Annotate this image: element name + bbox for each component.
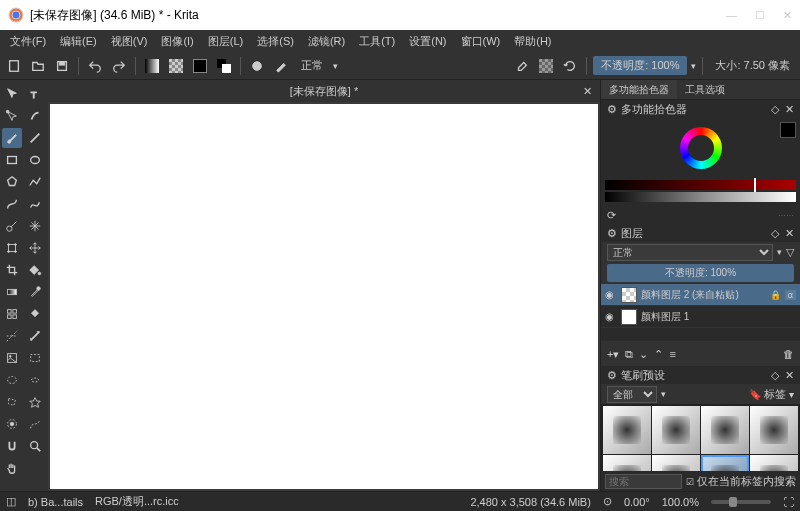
- menu-file[interactable]: 文件(F): [4, 32, 52, 51]
- menu-window[interactable]: 窗口(W): [455, 32, 507, 51]
- bezier-tool[interactable]: [2, 194, 22, 214]
- layer-opacity-slider[interactable]: 不透明度: 100%: [607, 264, 794, 282]
- close-panel-icon[interactable]: ✕: [785, 227, 794, 240]
- line-tool[interactable]: [25, 128, 45, 148]
- menu-help[interactable]: 帮助(H): [508, 32, 557, 51]
- zoom-tool[interactable]: [25, 436, 45, 456]
- brush-preset[interactable]: [652, 455, 700, 471]
- move-tool[interactable]: [2, 84, 22, 104]
- ellipse-select-tool[interactable]: [2, 370, 22, 390]
- brush-tool[interactable]: [2, 128, 22, 148]
- crop-tool[interactable]: [2, 260, 22, 280]
- freehand-path-tool[interactable]: [25, 194, 45, 214]
- new-doc-button[interactable]: [4, 56, 24, 76]
- brush-preset[interactable]: [652, 406, 700, 454]
- polygon-tool[interactable]: [2, 172, 22, 192]
- pan-tool[interactable]: [2, 458, 22, 478]
- close-panel-icon[interactable]: ✕: [785, 369, 794, 382]
- close-panel-icon[interactable]: ✕: [785, 103, 794, 116]
- freehand-select-tool[interactable]: [25, 370, 45, 390]
- minimize-button[interactable]: —: [726, 9, 737, 22]
- reload-icon[interactable]: ⟳: [607, 209, 616, 222]
- alpha-lock-btn[interactable]: [536, 56, 556, 76]
- canvas[interactable]: [50, 104, 598, 489]
- calligraphy-tool[interactable]: [25, 106, 45, 126]
- delete-layer-button[interactable]: 🗑: [783, 348, 794, 360]
- brush-preset[interactable]: [750, 455, 798, 471]
- status-zoom[interactable]: 100.0%: [662, 496, 699, 508]
- menu-select[interactable]: 选择(S): [251, 32, 300, 51]
- polyline-tool[interactable]: [25, 172, 45, 192]
- color-history[interactable]: [601, 178, 800, 206]
- contig-select-tool[interactable]: [25, 392, 45, 412]
- layer-blend-select[interactable]: 正常: [607, 244, 773, 261]
- brush-preset[interactable]: [750, 406, 798, 454]
- eraser-toggle[interactable]: [512, 56, 532, 76]
- brush-preset[interactable]: [701, 406, 749, 454]
- menu-view[interactable]: 视图(V): [105, 32, 154, 51]
- gradient-tool[interactable]: [2, 282, 22, 302]
- tab-tool-options[interactable]: 工具选项: [677, 80, 733, 99]
- brush-preset[interactable]: [701, 455, 749, 471]
- maximize-button[interactable]: ☐: [755, 9, 765, 22]
- magnetic-select-tool[interactable]: [2, 436, 22, 456]
- poly-select-tool[interactable]: [2, 392, 22, 412]
- color-wheel[interactable]: [601, 118, 800, 178]
- gear-icon[interactable]: ⚙: [607, 369, 617, 382]
- add-layer-button[interactable]: +▾: [607, 348, 619, 361]
- brush-search-input[interactable]: [605, 474, 682, 489]
- menu-edit[interactable]: 编辑(E): [54, 32, 103, 51]
- brush-settings-btn[interactable]: [271, 56, 291, 76]
- brush-size-input[interactable]: 大小: 7.50 像素: [709, 56, 796, 75]
- text-tool[interactable]: T: [25, 84, 45, 104]
- brush-preset[interactable]: [603, 406, 651, 454]
- gradient-btn[interactable]: [142, 56, 162, 76]
- document-tab[interactable]: [未保存图像] * ✕: [48, 80, 600, 102]
- visibility-icon[interactable]: ◉: [605, 311, 617, 322]
- tag-label[interactable]: 🔖 标签 ▾: [749, 387, 794, 402]
- float-icon[interactable]: ◇: [771, 369, 779, 382]
- menu-settings[interactable]: 设置(N): [403, 32, 452, 51]
- lock-icon[interactable]: 🔒: [770, 290, 781, 300]
- tab-close-icon[interactable]: ✕: [583, 85, 592, 98]
- close-button[interactable]: ✕: [783, 9, 792, 22]
- assistant-tool[interactable]: [2, 326, 22, 346]
- move-layer-tool[interactable]: [25, 238, 45, 258]
- alpha-icon[interactable]: α: [785, 290, 796, 300]
- blend-mode-select[interactable]: 正常: [295, 58, 329, 73]
- pattern-btn[interactable]: [166, 56, 186, 76]
- selection-mode-icon[interactable]: ◫: [6, 495, 16, 508]
- layer-row[interactable]: ◉ 颜料图层 1: [601, 306, 800, 328]
- rotation-reset-icon[interactable]: ⊙: [603, 495, 612, 508]
- rect-select-tool[interactable]: [25, 348, 45, 368]
- zoom-fit-icon[interactable]: ⛶: [783, 496, 794, 508]
- move-up-button[interactable]: ⌃: [654, 348, 663, 361]
- status-profile[interactable]: RGB/透明...rc.icc: [95, 494, 179, 509]
- brush-preset[interactable]: [603, 455, 651, 471]
- open-doc-button[interactable]: [28, 56, 48, 76]
- gear-icon[interactable]: ⚙: [607, 227, 617, 240]
- ellipse-tool[interactable]: [25, 150, 45, 170]
- undo-button[interactable]: [85, 56, 105, 76]
- fill-tool[interactable]: [25, 260, 45, 280]
- brush-tag-filter[interactable]: 全部: [607, 386, 657, 403]
- smart-fill-tool[interactable]: [25, 304, 45, 324]
- float-icon[interactable]: ◇: [771, 103, 779, 116]
- color-picker-tool[interactable]: [25, 282, 45, 302]
- brush-preset-btn[interactable]: [247, 56, 267, 76]
- color-fg-btn[interactable]: [190, 56, 210, 76]
- reload-preset-btn[interactable]: [560, 56, 580, 76]
- transform-tool[interactable]: [2, 238, 22, 258]
- rect-tool[interactable]: [2, 150, 22, 170]
- visibility-icon[interactable]: ◉: [605, 289, 617, 300]
- multibrush-tool[interactable]: [25, 216, 45, 236]
- zoom-slider[interactable]: [711, 500, 771, 504]
- dynamic-brush-tool[interactable]: [2, 216, 22, 236]
- move-down-button[interactable]: ⌄: [639, 348, 648, 361]
- measure-tool[interactable]: [25, 326, 45, 346]
- redo-button[interactable]: [109, 56, 129, 76]
- bezier-select-tool[interactable]: [25, 414, 45, 434]
- color-swatch[interactable]: [780, 122, 796, 138]
- gear-icon[interactable]: ⚙: [607, 103, 617, 116]
- opacity-slider[interactable]: 不透明度: 100%: [593, 56, 687, 75]
